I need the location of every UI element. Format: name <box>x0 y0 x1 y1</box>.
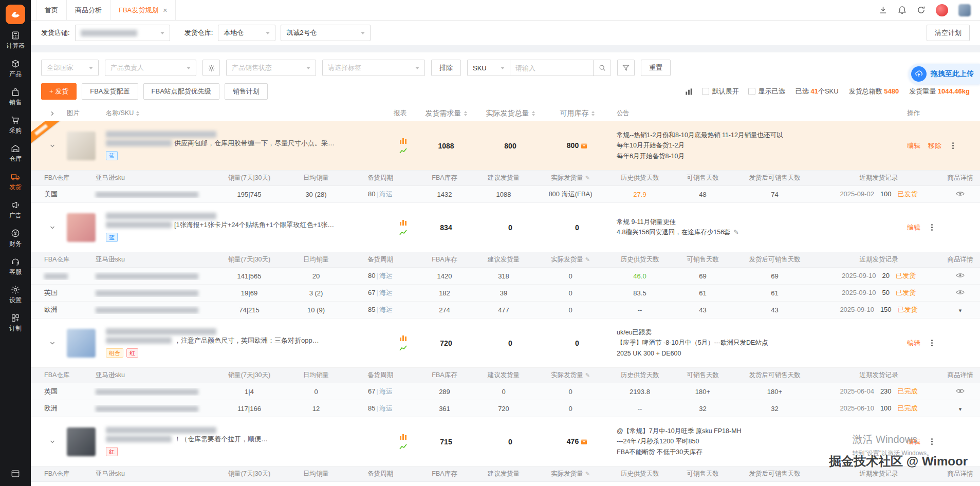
product-image[interactable] <box>67 329 96 358</box>
suggested-qty: 1088 <box>473 191 534 198</box>
expand-detail-icon[interactable]: ▾ <box>959 406 962 412</box>
country-filter[interactable]: 全部国家 <box>41 60 99 76</box>
sidebar-item-shipping[interactable]: 发货 <box>0 167 31 196</box>
user-avatar[interactable] <box>936 4 948 16</box>
line-chart-icon[interactable] <box>399 443 407 450</box>
sidebar-item-sales[interactable]: 销售 <box>0 83 31 111</box>
edit-column-icon[interactable]: ✎ <box>585 372 590 378</box>
more-actions-icon[interactable] <box>928 438 935 445</box>
detail-cell <box>940 191 980 198</box>
bar-chart-icon[interactable] <box>399 433 407 440</box>
sidebar-item-product[interactable]: 产品 <box>0 54 31 83</box>
product-image[interactable] <box>67 213 96 242</box>
line-chart-icon[interactable] <box>399 229 407 236</box>
more-actions-icon[interactable] <box>928 339 935 347</box>
refresh-icon[interactable] <box>917 6 926 14</box>
gear-icon[interactable] <box>202 60 220 76</box>
product-image[interactable] <box>67 427 96 456</box>
bar-chart-icon[interactable] <box>399 334 407 341</box>
download-icon[interactable] <box>879 6 887 14</box>
more-actions-icon[interactable] <box>949 142 956 149</box>
edit-link[interactable]: 编辑 <box>907 437 920 446</box>
show-selected-checkbox[interactable]: 显示已选 <box>748 87 785 96</box>
default-expand-checkbox[interactable]: 默认展开 <box>702 87 739 96</box>
expand-detail-icon[interactable]: ▾ <box>959 307 962 313</box>
ship-button[interactable]: + 发货 <box>41 83 77 100</box>
stock-cycle: 67|海运 <box>344 288 416 297</box>
daily-sales: 12 <box>288 405 344 413</box>
warehouse-type-select[interactable]: 本地仓 <box>218 25 275 41</box>
line-chart-icon[interactable] <box>399 345 407 351</box>
tab-2[interactable]: FBA发货规划× <box>110 0 176 20</box>
filter-funnel-icon[interactable] <box>617 60 635 76</box>
sort-icon[interactable] <box>591 111 595 116</box>
announcement-line: 常规--热销1-2月份和8-10月底最热销 11-12月销量也还可以 <box>617 130 900 141</box>
view-detail-icon[interactable] <box>956 289 965 295</box>
secondary-avatar[interactable] <box>958 4 971 16</box>
app-logo-icon[interactable] <box>6 5 25 24</box>
remove-link[interactable]: 移除 <box>928 141 941 151</box>
sidebar-item-ads[interactable]: 广告 <box>0 196 31 224</box>
line-chart-icon[interactable] <box>399 147 407 154</box>
expand-all-icon[interactable] <box>49 110 56 117</box>
exclude-button[interactable]: 排除 <box>431 60 461 76</box>
collapse-row-icon[interactable] <box>49 439 56 445</box>
tag-filter[interactable]: 请选择标签 <box>322 60 425 76</box>
sidebar-item-settings[interactable]: 设置 <box>0 281 31 309</box>
owner-filter[interactable]: 产品负责人 <box>105 60 196 76</box>
search-input[interactable] <box>510 60 594 76</box>
upload-dropzone[interactable]: 拖拽至此上传 <box>909 64 980 84</box>
tab-0[interactable]: 首页 <box>36 0 66 20</box>
bar-chart-icon[interactable] <box>399 137 407 144</box>
clear-plan-button[interactable]: 清空计划 <box>927 25 970 41</box>
sidebar-item-service[interactable]: 客服 <box>0 252 31 281</box>
fba-stock: 289 <box>416 388 473 396</box>
edit-announcement-icon[interactable]: ✎ <box>734 229 739 236</box>
sidebar-item-calculator[interactable]: 计算器 <box>0 26 31 54</box>
view-detail-icon[interactable] <box>956 388 965 394</box>
sales-7-30: 195|745 <box>211 191 288 198</box>
sale-status-filter[interactable]: 产品销售状态 <box>226 60 316 76</box>
store-select[interactable] <box>75 25 170 41</box>
product-note: 供应商包邮，仓库用胶带缠一下，尽量尺寸小点。采… <box>174 138 335 148</box>
column-chart-icon[interactable] <box>685 88 693 96</box>
collapse-row-icon[interactable] <box>49 225 56 231</box>
edit-column-icon[interactable]: ✎ <box>585 471 590 477</box>
tab-1[interactable]: 商品分析 <box>66 0 110 20</box>
sort-icon[interactable] <box>464 111 467 116</box>
sort-icon[interactable] <box>136 111 139 116</box>
view-detail-icon[interactable] <box>956 272 965 278</box>
row-operations: 编辑 <box>903 339 980 348</box>
collapse-row-icon[interactable] <box>49 340 56 346</box>
warehouse-blurred <box>44 273 68 279</box>
product-image[interactable] <box>67 132 96 160</box>
edit-column-icon[interactable]: ✎ <box>585 256 590 263</box>
bar-chart-icon[interactable] <box>399 219 407 226</box>
view-detail-icon[interactable] <box>956 191 965 197</box>
edit-link[interactable]: 编辑 <box>907 141 920 151</box>
close-tab-icon[interactable]: × <box>163 7 167 14</box>
edit-link[interactable]: 编辑 <box>907 339 920 348</box>
layout-panel-icon[interactable] <box>11 469 20 480</box>
actual-ship-qty: 0 <box>534 405 606 413</box>
warehouse-name-select[interactable]: 凯诚2号仓 <box>281 25 371 41</box>
sidebar-item-warehouse[interactable]: 仓库 <box>0 139 31 167</box>
search-type-select[interactable]: SKU <box>467 60 510 76</box>
reset-button[interactable]: 重置 <box>641 60 671 76</box>
fba-priority-button[interactable]: FBA站点配货优先级 <box>143 83 219 100</box>
sales-plan-button[interactable]: 销售计划 <box>225 83 268 100</box>
sidebar-item-custom[interactable]: 订制 <box>0 309 31 337</box>
col-actual: 实际发货总量 <box>477 109 544 118</box>
sidebar-item-purchase[interactable]: 采购 <box>0 111 31 139</box>
sort-icon[interactable] <box>532 111 535 116</box>
more-actions-icon[interactable] <box>928 223 935 231</box>
sku-row: 美国195|74530 (28)80|海运14321088800 海运(FBA)… <box>31 186 980 203</box>
product-title-blurred <box>106 427 216 434</box>
collapse-row-icon[interactable] <box>49 143 56 149</box>
sidebar-item-finance[interactable]: 财务 <box>0 224 31 252</box>
fba-config-button[interactable]: FBA发货配置 <box>82 83 138 100</box>
search-icon[interactable] <box>594 60 611 76</box>
edit-link[interactable]: 编辑 <box>907 223 920 232</box>
bell-icon[interactable] <box>898 6 907 14</box>
edit-column-icon[interactable]: ✎ <box>585 175 590 181</box>
